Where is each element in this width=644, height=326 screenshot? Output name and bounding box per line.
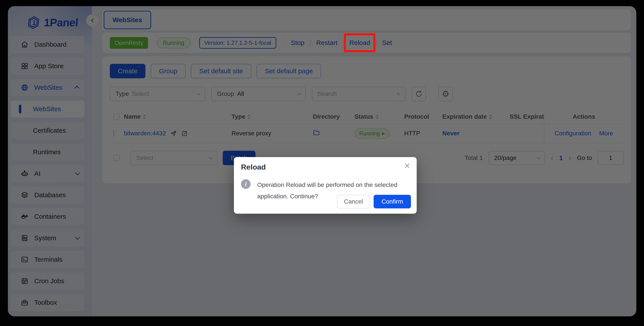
confirm-button[interactable]: Confirm bbox=[374, 195, 411, 208]
info-icon: i bbox=[241, 179, 250, 189]
dialog-title: Reload bbox=[241, 163, 410, 171]
reload-confirm-dialog: Reload × i Operation Reload will be perf… bbox=[234, 157, 417, 214]
cancel-button[interactable]: Cancel bbox=[337, 195, 370, 208]
close-icon[interactable]: × bbox=[404, 161, 410, 171]
